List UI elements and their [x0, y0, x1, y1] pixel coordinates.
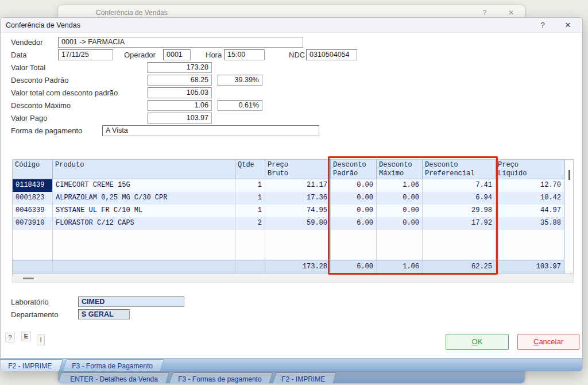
dialog-titlebar: Conferência de Vendas ? ✕ — [1, 18, 582, 33]
table-cell: 17.92 — [423, 217, 496, 230]
table-cell: 59.80 — [265, 217, 331, 230]
table-cell: ALPRAZOLAM 0,25 MG C/30 CPR — [53, 192, 235, 205]
table-cell-empty — [235, 230, 265, 245]
departamento-field[interactable]: S GERAL — [78, 309, 130, 319]
table-row[interactable]: 0046339SYSTANE UL FR C/10 ML174.950.000.… — [13, 205, 564, 217]
ndc-label: NDC — [289, 51, 305, 59]
i-small-button[interactable]: I — [37, 334, 45, 345]
products-table: CódigoProdutoQtdePreçoBrutoDescontoPadrã… — [12, 159, 574, 274]
forma-pagamento-label: Forma de pagamento — [11, 126, 82, 135]
vendedor-field[interactable]: 0001 -> FARMACIA — [58, 37, 303, 48]
products-table-inner: CódigoProdutoQtdePreçoBrutoDescontoPadrã… — [13, 160, 564, 274]
valor-total-field[interactable]: 173.28 — [148, 62, 212, 73]
dialog-tabstrip: F2 - IMPRIMEF3 - Forma de Pagamento — [1, 358, 582, 371]
vertical-scrollbar[interactable] — [564, 160, 573, 274]
tab-f3-forma-de-pagamento[interactable]: F3 - Forma de Pagamento — [63, 359, 165, 371]
tab-f3-formas-de-pagamento[interactable]: F3 - Formas de pagamento — [168, 372, 273, 384]
desconto-padrao-label: Desconto Padrão — [11, 76, 68, 84]
tab-label: F2 - IMPRIME — [1, 360, 61, 370]
table-cell-empty — [235, 245, 265, 260]
ndc-field[interactable]: 0310504054 — [306, 49, 357, 60]
vendedor-label: Vendedor — [11, 38, 43, 47]
background-window-title: Conferência de Vendas — [96, 9, 168, 17]
table-cell-empty — [265, 230, 331, 245]
operador-label: Operador — [124, 51, 156, 59]
help-icon[interactable]: ? — [536, 20, 549, 30]
data-label: Data — [11, 51, 26, 59]
table-cell: 0118439 — [13, 179, 53, 192]
column-header-line1: Qtde — [238, 161, 262, 170]
table-cell-empty — [496, 230, 564, 245]
table-cell-empty — [377, 230, 423, 245]
table-cell-empty — [13, 230, 53, 245]
table-cell-empty — [423, 245, 496, 260]
dialog-title: Conferência de Vendas — [6, 21, 80, 29]
table-cell: 0046339 — [13, 205, 53, 217]
table-cell: 0.00 — [377, 192, 423, 205]
hora-field[interactable]: 15:00 — [224, 49, 265, 60]
laboratorio-field[interactable]: CIMED — [78, 297, 184, 307]
column-header[interactable]: Produto — [53, 160, 235, 179]
valor-total-desconto-field[interactable]: 105.03 — [148, 87, 212, 98]
column-header-line1: Código — [15, 161, 50, 170]
horizontal-scrollbar[interactable] — [12, 274, 574, 283]
table-totals-cell — [13, 260, 53, 274]
valor-pago-field[interactable]: 103.97 — [148, 113, 212, 124]
table-row[interactable]: 0001823ALPRAZOLAM 0,25 MG C/30 CPR117.36… — [13, 192, 564, 205]
tab-label: F3 - Forma de Pagamento — [65, 360, 162, 370]
column-header[interactable]: PreçoBruto — [265, 160, 331, 179]
table-cell: 6.00 — [331, 217, 377, 230]
table-cell: 12.70 — [496, 179, 564, 192]
table-empty-row — [13, 230, 564, 245]
forma-pagamento-field[interactable]: A Vista — [102, 125, 319, 136]
table-cell: 74.95 — [265, 205, 331, 217]
column-header[interactable]: Qtde — [235, 160, 265, 179]
tab-f2-imprime[interactable]: F2 - IMPRIME — [1, 359, 63, 371]
tab-enter-detalhes-da-venda[interactable]: ENTER - Detalhes da Venda — [57, 372, 169, 384]
tab-label: F3 - Formas de pagamento — [171, 373, 270, 383]
desconto-padrao-percent-field[interactable]: 39.39% — [218, 75, 262, 86]
ok-button[interactable]: OK — [446, 334, 509, 350]
column-header-line1: Produto — [55, 161, 233, 170]
operador-field[interactable]: 0001 — [163, 49, 191, 60]
table-cell-empty — [265, 245, 331, 260]
e-small-button[interactable]: E — [21, 332, 31, 341]
data-field[interactable]: 17/11/25 — [58, 49, 113, 60]
table-empty-row — [13, 245, 564, 260]
table-cell: 2 — [235, 217, 265, 230]
table-cell: 1 — [235, 179, 265, 192]
column-header-line1: Desconto — [379, 161, 420, 170]
table-totals-cell: 103.97 — [496, 260, 564, 274]
desconto-padrao-field[interactable]: 68.25 — [148, 75, 212, 86]
table-cell: 0.00 — [331, 179, 377, 192]
help-small-button[interactable]: ? — [5, 333, 15, 342]
background-tabstrip: ENTER - Detalhes da VendaF3 - Formas de … — [58, 371, 525, 384]
horizontal-scrollbar-thumb — [23, 278, 34, 279]
close-icon[interactable]: ✕ — [505, 7, 517, 18]
table-cell-empty — [331, 245, 377, 260]
valor-pago-label: Valor Pago — [11, 114, 47, 122]
tab-f2-imprime[interactable]: F2 - IMPRIME — [272, 372, 337, 384]
column-header[interactable]: DescontoMáximo — [377, 160, 423, 179]
tab-label: ENTER - Detalhes da Venda — [63, 373, 167, 383]
close-icon[interactable]: ✕ — [562, 20, 574, 30]
desconto-maximo-field[interactable]: 1.06 — [148, 100, 212, 111]
table-row[interactable]: 0073910FLORASTOR C/12 CAPS259.806.000.00… — [13, 217, 564, 230]
column-header-line2: Padrão — [333, 170, 374, 178]
column-header[interactable]: DescontoPadrão — [331, 160, 377, 179]
table-row[interactable]: 0118439CIMECORT CREME 15G121.170.001.067… — [13, 179, 564, 192]
column-header[interactable]: PreçoLíquido — [496, 160, 564, 179]
column-header[interactable]: Código — [13, 160, 53, 179]
table-cell-empty — [13, 245, 53, 260]
table-cell: 7.41 — [423, 179, 496, 192]
cancel-button[interactable]: Cancelar — [517, 334, 579, 350]
valor-total-label: Valor Total — [11, 63, 45, 72]
help-icon[interactable]: ? — [478, 7, 491, 18]
column-header[interactable]: DescontoPreferencial — [423, 160, 496, 179]
table-cell: 0.00 — [331, 192, 377, 205]
table-totals-cell — [235, 260, 265, 274]
desconto-maximo-percent-field[interactable]: 0.61% — [218, 100, 262, 111]
table-header-row: CódigoProdutoQtdePreçoBrutoDescontoPadrã… — [13, 160, 564, 179]
table-cell-empty — [53, 245, 235, 260]
table-cell: 35.88 — [496, 217, 564, 230]
